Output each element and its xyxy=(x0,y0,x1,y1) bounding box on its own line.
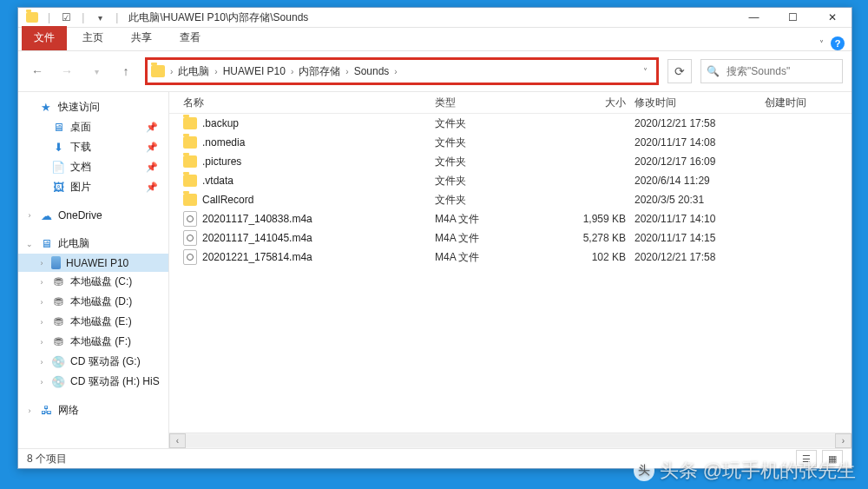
tab-share[interactable]: 共享 xyxy=(119,26,164,50)
file-mtime: 2020/12/21 17:58 xyxy=(635,251,765,263)
thumbnails-view-button[interactable]: ▦ xyxy=(822,450,843,467)
sidebar-item[interactable]: 🖼图片📌 xyxy=(18,177,168,197)
expand-icon[interactable]: › xyxy=(37,278,46,287)
network-icon: 🖧 xyxy=(39,404,53,418)
sidebar-this-pc[interactable]: ⌄ 🖥 此电脑 xyxy=(18,234,168,254)
search-input[interactable] xyxy=(725,64,858,78)
help-icon[interactable]: ? xyxy=(831,36,845,50)
sidebar-item-label: 桌面 xyxy=(70,120,91,135)
maximize-button[interactable]: ☐ xyxy=(773,8,812,27)
properties-icon[interactable]: ☑ xyxy=(59,10,73,24)
table-row[interactable]: .vtdata文件夹2020/6/14 11:29 xyxy=(169,171,852,190)
close-button[interactable]: ✕ xyxy=(812,8,852,27)
horizontal-scrollbar[interactable]: ‹ › xyxy=(169,433,852,448)
minimize-button[interactable]: — xyxy=(734,8,773,27)
separator: | xyxy=(48,11,50,23)
breadcrumb-seg[interactable]: HUAWEI P10 xyxy=(220,65,289,77)
sidebar-item-label: HUAWEI P10 xyxy=(66,257,128,269)
sidebar-item[interactable]: ›⛃本地磁盘 (C:) xyxy=(18,272,168,292)
scroll-track[interactable] xyxy=(186,434,835,447)
breadcrumb-seg[interactable]: 此电脑 xyxy=(174,64,213,79)
drive-icon: ⛃ xyxy=(51,315,65,329)
expand-icon[interactable]: › xyxy=(25,406,34,415)
expand-icon[interactable]: › xyxy=(37,259,46,268)
navigation-pane[interactable]: ★ 快速访问 🖥桌面📌⬇下载📌📄文档📌🖼图片📌 › ☁ OneDrive ⌄ 🖥… xyxy=(18,92,169,448)
chevron-right-icon[interactable]: › xyxy=(394,67,397,76)
chevron-right-icon[interactable]: › xyxy=(170,67,173,76)
cd-icon: 💿 xyxy=(51,355,65,369)
details-view-button[interactable]: ☰ xyxy=(796,450,817,467)
sidebar-item[interactable]: ›💿CD 驱动器 (H:) HiS xyxy=(18,372,168,392)
table-row[interactable]: 20201221_175814.m4aM4A 文件102 KB2020/12/2… xyxy=(169,248,852,267)
breadcrumb-dropdown-icon[interactable]: ˅ xyxy=(638,67,653,76)
column-mtime[interactable]: 修改时间 xyxy=(635,96,765,110)
chevron-right-icon[interactable]: › xyxy=(214,67,217,76)
sidebar-item[interactable]: ›⛃本地磁盘 (D:) xyxy=(18,292,168,312)
sidebar-item[interactable]: ›⛃本地磁盘 (F:) xyxy=(18,332,168,352)
ribbon-collapse-icon[interactable]: ˅ xyxy=(819,39,824,49)
drive-icon: ⛃ xyxy=(51,335,65,349)
back-button[interactable]: ← xyxy=(27,61,48,82)
file-name: .backup xyxy=(202,117,239,129)
expand-icon[interactable]: › xyxy=(37,318,46,327)
tab-file[interactable]: 文件 xyxy=(22,26,67,50)
sidebar-item[interactable]: ›HUAWEI P10 xyxy=(18,254,168,272)
table-row[interactable]: .backup文件夹2020/12/21 17:58 xyxy=(169,114,852,133)
file-mtime: 2020/11/17 14:08 xyxy=(635,136,765,149)
m4a-icon xyxy=(183,249,197,265)
chevron-right-icon[interactable]: › xyxy=(291,67,293,76)
qat-dropdown-icon[interactable]: ▾ xyxy=(93,10,107,24)
table-row[interactable]: .nomedia文件夹2020/11/17 14:08 xyxy=(169,133,852,152)
sidebar-item[interactable]: ⬇下载📌 xyxy=(18,137,168,157)
column-ctime[interactable]: 创建时间 xyxy=(765,96,852,110)
quick-access-toolbar: | ☑ | ▾ | xyxy=(18,10,128,24)
forward-button[interactable]: → xyxy=(56,61,77,82)
collapse-icon[interactable]: ⌄ xyxy=(25,240,34,248)
sidebar-item[interactable]: ›💿CD 驱动器 (G:) xyxy=(18,352,168,372)
file-mtime: 2020/3/5 20:31 xyxy=(635,194,765,206)
refresh-button[interactable]: ⟳ xyxy=(667,59,692,83)
column-size[interactable]: 大小 xyxy=(565,96,635,110)
breadcrumb-seg[interactable]: Sounds xyxy=(351,65,393,77)
breadcrumb-seg[interactable]: 内部存储 xyxy=(295,64,344,79)
sidebar-item[interactable]: 🖥桌面📌 xyxy=(18,117,168,137)
chevron-right-icon[interactable]: › xyxy=(345,67,348,76)
sidebar-item-label: 下载 xyxy=(70,140,91,155)
file-size: 5,278 KB xyxy=(565,232,635,244)
tab-view[interactable]: 查看 xyxy=(168,26,213,50)
separator: | xyxy=(82,11,84,23)
file-rows: .backup文件夹2020/12/21 17:58.nomedia文件夹202… xyxy=(169,114,852,433)
breadcrumb[interactable]: › 此电脑 › HUAWEI P10 › 内部存储 › Sounds › ˅ xyxy=(145,57,659,85)
column-headers[interactable]: 名称 类型 大小 修改时间 创建时间 xyxy=(169,92,852,114)
body: ★ 快速访问 🖥桌面📌⬇下载📌📄文档📌🖼图片📌 › ☁ OneDrive ⌄ 🖥… xyxy=(18,92,852,448)
table-row[interactable]: CallRecord文件夹2020/3/5 20:31 xyxy=(169,190,852,209)
expand-icon[interactable]: › xyxy=(37,338,46,347)
scroll-right-icon[interactable]: › xyxy=(835,433,852,448)
sidebar-item[interactable]: 📄文档📌 xyxy=(18,157,168,177)
tab-home[interactable]: 主页 xyxy=(70,26,115,50)
search-box[interactable]: 🔍 xyxy=(700,59,843,83)
scroll-left-icon[interactable]: ‹ xyxy=(169,433,186,448)
column-name[interactable]: 名称 xyxy=(183,96,435,110)
pin-icon: 📌 xyxy=(146,142,158,153)
expand-icon[interactable]: › xyxy=(37,378,46,387)
ribbon-tabs: 文件 主页 共享 查看 ˅ ? xyxy=(18,28,852,51)
sidebar-network[interactable]: › 🖧 网络 xyxy=(18,400,168,420)
table-row[interactable]: 20201117_141045.m4aM4A 文件5,278 KB2020/11… xyxy=(169,228,852,248)
up-button[interactable]: ↑ xyxy=(115,61,136,82)
sidebar-quick-access[interactable]: ★ 快速访问 xyxy=(18,97,168,117)
expand-icon[interactable]: › xyxy=(25,211,34,220)
drive-icon: ⛃ xyxy=(51,275,65,289)
folder-icon xyxy=(183,155,197,168)
file-mtime: 2020/11/17 14:10 xyxy=(635,213,765,225)
expand-icon[interactable]: › xyxy=(37,358,46,367)
folder-icon xyxy=(25,10,39,24)
table-row[interactable]: 20201117_140838.m4aM4A 文件1,959 KB2020/11… xyxy=(169,209,852,228)
expand-icon[interactable]: › xyxy=(37,298,46,307)
file-mtime: 2020/6/14 11:29 xyxy=(635,175,765,187)
sidebar-item[interactable]: ›⛃本地磁盘 (E:) xyxy=(18,312,168,332)
table-row[interactable]: .pictures文件夹2020/12/17 16:09 xyxy=(169,152,852,171)
column-type[interactable]: 类型 xyxy=(435,96,565,110)
sidebar-onedrive[interactable]: › ☁ OneDrive xyxy=(18,206,168,225)
recent-locations-icon[interactable]: ▾ xyxy=(86,61,107,82)
